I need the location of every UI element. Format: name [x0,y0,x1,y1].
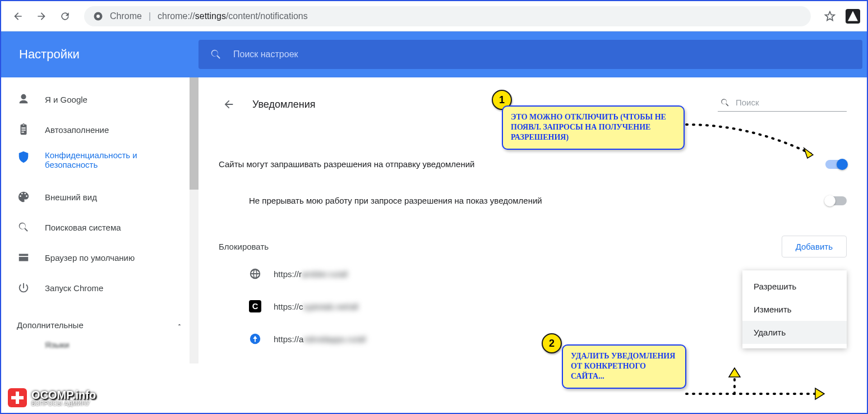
globe-icon [249,268,261,280]
menu-item-edit[interactable]: Изменить [742,298,847,321]
setting-ask-before-sending: Сайты могут запрашивать разрешения на от… [219,146,847,182]
settings-title: Настройки [1,47,198,62]
omnibox[interactable]: Chrome | chrome://settings/content/notif… [84,6,811,26]
watermark-icon [8,388,27,407]
back-button[interactable] [8,6,28,26]
settings-search-input[interactable] [233,49,851,59]
shield-icon [17,150,30,164]
search-icon [17,220,30,234]
extension-icon[interactable] [846,9,860,24]
annotation-callout-1: ЭТО МОЖНО ОТКЛЮЧИТЬ (ЧТОБЫ НЕ ПОЯВЛ. ЗАП… [502,105,685,150]
clipboard-icon [17,123,30,136]
omnibox-label: Chrome [110,11,142,21]
chrome-icon [93,11,103,21]
forward-button[interactable] [31,6,52,26]
settings-search[interactable] [198,40,862,69]
sidebar-sub-languages[interactable]: Языки [1,340,198,349]
reload-button[interactable] [55,6,75,26]
search-icon [720,98,730,108]
omnibox-url: chrome://settings/content/notifications [158,11,308,21]
power-icon [17,281,30,295]
watermark: OCOMP.info ВОПРОСЫ АДМИНУ [8,388,96,407]
content-search-input[interactable] [736,98,844,107]
site-favicon-icon [249,333,261,345]
svg-text:C: C [252,302,258,311]
content-back-button[interactable] [219,94,239,114]
section-block: Блокировать Добавить [219,236,847,257]
site-favicon-icon: C [249,300,261,312]
browser-chrome-bar: Chrome | chrome://settings/content/notif… [1,1,867,31]
sidebar-item-you-and-google[interactable]: Я и Google [1,84,198,114]
annotation-badge-2: 2 [542,333,562,353]
sidebar-item-privacy[interactable]: Конфиденциальность и безопасность [1,145,198,182]
sidebar-item-autofill[interactable]: Автозаполнение [1,114,198,145]
setting-quiet-notifications: Не прерывать мою работу при запросе разр… [219,182,847,219]
sidebar-item-search-engine[interactable]: Поисковая система [1,212,198,242]
chevron-up-icon [176,321,183,328]
settings-header: Настройки [1,31,867,77]
sidebar-scrollbar-thumb[interactable] [190,77,198,190]
menu-item-allow[interactable]: Разрешить [742,275,847,298]
add-button[interactable]: Добавить [782,236,847,257]
sidebar-advanced[interactable]: Дополнительные [1,310,198,340]
window-icon [17,251,30,264]
sidebar-item-on-startup[interactable]: Запуск Chrome [1,273,198,303]
search-icon [210,48,222,61]
content-search[interactable] [718,98,847,112]
sidebar-item-default-browser[interactable]: Браузер по умолчанию [1,242,198,273]
bookmark-star-icon[interactable] [820,6,840,26]
page-title: Уведомления [252,99,316,111]
toggle-quiet-notifications[interactable] [825,196,847,205]
palette-icon [17,190,30,204]
person-icon [17,93,30,106]
sidebar: Я и Google Автозаполнение Конфиденциальн… [1,77,198,413]
toggle-ask-before-sending[interactable] [825,160,847,169]
svg-point-1 [96,15,100,18]
annotation-callout-2: УДАЛИТЬ УВЕДОМЛЕНИЯ ОТ КОНКРЕТНОГО САЙТА… [562,344,686,389]
sidebar-item-appearance[interactable]: Внешний вид [1,182,198,212]
menu-item-remove[interactable]: Удалить [742,321,847,344]
site-context-menu: Разрешить Изменить Удалить [742,270,847,348]
